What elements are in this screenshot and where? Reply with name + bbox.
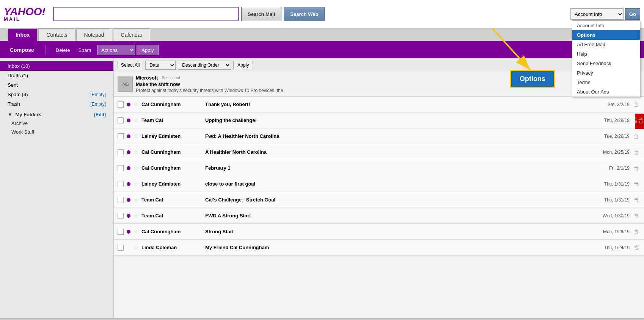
unread-dot	[127, 150, 130, 154]
email-row[interactable]: ☆ Team Cal Upping the challenge! Thu, 2/…	[114, 112, 644, 128]
apply-button[interactable]: Apply	[137, 45, 159, 55]
star-icon[interactable]: ☆	[134, 212, 138, 219]
trash-icon[interactable]: 🗑	[633, 181, 640, 187]
search-mail-button[interactable]: Search Mail	[241, 7, 281, 21]
account-menu-item-help[interactable]: Help	[572, 49, 640, 59]
email-row[interactable]: ☆ Cal Cunningham Thank you, Robert! Sat,…	[114, 97, 644, 112]
email-row[interactable]: ☆ Team Cal Cal's Challenge - Stretch Goa…	[114, 192, 644, 208]
unread-dot	[127, 166, 130, 170]
trash-empty-link[interactable]: [Empty]	[90, 101, 106, 107]
account-menu-item-privacy[interactable]: Privacy	[572, 68, 640, 78]
order-select[interactable]: Descending Order	[178, 61, 231, 70]
email-row[interactable]: ☆ Cal Cunningham Strong Start Mon, 1/28/…	[114, 224, 644, 240]
trash-icon[interactable]: 🗑	[633, 149, 640, 155]
email-checkbox[interactable]	[118, 101, 124, 108]
filter-bar: Select All Date Descending Order Apply	[114, 58, 644, 72]
account-menu-item-send-feedback[interactable]: Send Feedback	[572, 59, 640, 68]
bottom-scrollbar[interactable]	[0, 318, 644, 320]
go-button[interactable]: Go	[625, 8, 640, 20]
email-row[interactable]: ☆ Cal Cunningham February 1 Fri, 2/1/19 …	[114, 160, 644, 176]
spam-button[interactable]: Spam	[76, 47, 93, 53]
star-icon[interactable]: ☆	[134, 244, 138, 251]
my-folders-edit-link[interactable]: [Edit]	[94, 112, 106, 117]
email-row[interactable]: ☆ Team Cal FWD A Strong Start Wed, 1/30/…	[114, 208, 644, 224]
email-checkbox[interactable]	[118, 197, 124, 203]
email-subject: A Healthier North Carolina	[205, 149, 589, 155]
search-bar: Search Mail Search Web	[53, 7, 570, 21]
star-icon[interactable]: ☆	[134, 165, 138, 172]
delete-button[interactable]: Delete	[53, 47, 72, 53]
sidebar-item-trash[interactable]: Trash [Empty]	[0, 99, 113, 109]
email-checkbox[interactable]	[118, 229, 124, 235]
sidebar-item-inbox[interactable]: Inbox (10)	[0, 61, 113, 71]
email-row-sponsored[interactable]: IMG Microsoft Sponsored Make the shift n…	[114, 72, 644, 97]
star-icon[interactable]: ☆	[134, 197, 138, 203]
promo-strip[interactable]: NOand	[635, 114, 644, 129]
nav-tab-inbox[interactable]: Inbox	[8, 28, 38, 41]
trash-icon[interactable]: 🗑	[633, 229, 640, 235]
yahoo-mail-logo: YAHOO! MAIL	[4, 6, 46, 22]
star-icon[interactable]: ☆	[134, 101, 138, 108]
trash-icon[interactable]: 🗑	[633, 133, 640, 139]
email-sender: Cal Cunningham	[141, 165, 202, 171]
email-row[interactable]: ☆ Lainey Edmisten Fwd: A Healthier North…	[114, 128, 644, 144]
nav-tab-contacts[interactable]: Contacts	[38, 28, 75, 41]
sort-select[interactable]: Date	[145, 61, 176, 70]
sidebar-folder-archive[interactable]: Archive	[0, 119, 113, 128]
account-menu-item-account-info[interactable]: Account Info	[572, 21, 640, 30]
email-sender: Team Cal	[141, 197, 202, 203]
email-checkbox[interactable]	[118, 149, 124, 155]
sidebar-folder-work-stuff[interactable]: Work Stuff	[0, 128, 113, 136]
sponsored-badge: Sponsored	[162, 76, 180, 80]
compose-button[interactable]: Compose	[6, 47, 38, 53]
star-icon[interactable]: ☆	[134, 228, 138, 235]
trash-icon[interactable]: 🗑	[633, 213, 640, 219]
star-icon[interactable]: ☆	[134, 117, 138, 124]
main-content: Select All Date Descending Order Apply I…	[114, 58, 644, 318]
email-row[interactable]: ☆ Cal Cunningham A Healthier North Carol…	[114, 144, 644, 160]
unread-dot	[127, 119, 130, 122]
account-menu-item-ad-free-mail[interactable]: Ad Free Mail	[572, 40, 640, 49]
email-checkbox[interactable]	[118, 133, 124, 139]
unread-dot	[127, 198, 130, 202]
trash-icon[interactable]: 🗑	[633, 245, 640, 251]
email-checkbox[interactable]	[118, 165, 124, 171]
star-icon[interactable]: ☆	[134, 149, 138, 156]
sidebar-item-spam[interactable]: Spam (4) [Empty]	[0, 90, 113, 99]
sidebar-item-drafts[interactable]: Drafts (1)	[0, 71, 113, 80]
trash-icon[interactable]: 🗑	[633, 101, 640, 108]
email-checkbox[interactable]	[118, 181, 124, 187]
email-checkbox[interactable]	[118, 117, 124, 123]
filter-apply-button[interactable]: Apply	[233, 61, 253, 69]
actions-select[interactable]: Actions	[97, 45, 135, 55]
sidebar-item-sent[interactable]: Sent	[0, 80, 113, 90]
search-web-button[interactable]: Search Web	[284, 7, 325, 21]
email-checkbox[interactable]	[118, 245, 124, 251]
spam-empty-link[interactable]: [Empty]	[90, 92, 106, 97]
unread-dot	[127, 103, 130, 106]
select-all-button[interactable]: Select All	[118, 61, 143, 69]
account-select[interactable]: Account InfoOptionsAd Free MailHelpSend …	[570, 8, 624, 20]
trash-icon[interactable]: 🗑	[633, 165, 640, 171]
star-icon[interactable]: ☆	[134, 133, 138, 140]
email-date: Tue, 2/26/19	[592, 134, 630, 139]
sponsored-thumbnail: IMG	[118, 76, 133, 92]
nav-tab-notepad[interactable]: Notepad	[76, 28, 112, 41]
account-menu-item-options[interactable]: Options	[572, 30, 640, 40]
nav-tab-calendar[interactable]: Calendar	[113, 28, 151, 41]
email-row[interactable]: ☆ Lainey Edmisten close to our first goa…	[114, 176, 644, 192]
trash-icon[interactable]: 🗑	[633, 197, 640, 203]
email-checkbox[interactable]	[118, 213, 124, 219]
email-date: Wed, 1/30/19	[592, 213, 630, 219]
search-input[interactable]	[53, 7, 239, 21]
account-menu-item-terms[interactable]: Terms	[572, 78, 640, 87]
sponsored-preview: Protect against today's security threats…	[136, 88, 283, 93]
sponsored-subject: Make the shift now	[136, 81, 283, 87]
star-icon[interactable]: ☆	[134, 181, 138, 187]
email-row[interactable]: ☆ Linda Coleman My Friend Cal Cunningham…	[114, 240, 644, 256]
toolbar: Compose Delete Spam Actions Apply Option…	[0, 42, 644, 58]
account-menu-item-about-our-ads[interactable]: About Our Ads	[572, 87, 640, 97]
email-date: Sat, 3/2/19	[592, 102, 630, 107]
email-subject: Strong Start	[205, 229, 589, 234]
email-subject: Thank you, Robert!	[205, 101, 589, 107]
